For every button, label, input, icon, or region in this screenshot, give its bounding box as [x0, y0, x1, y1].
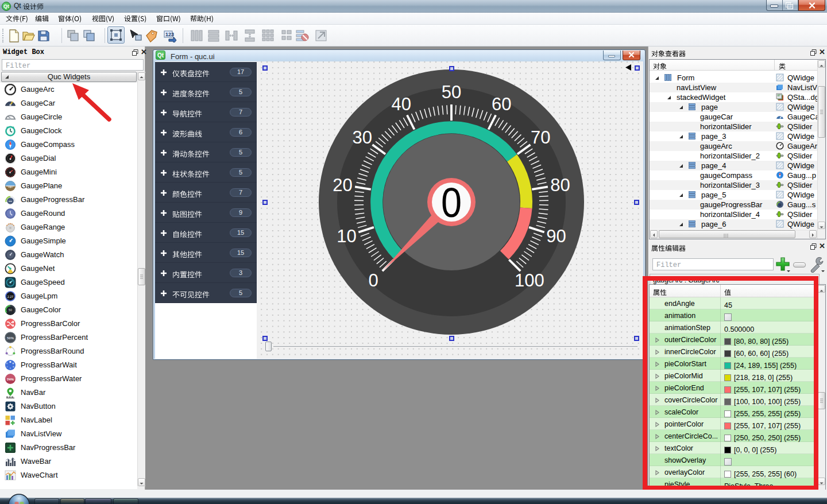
svg-text:50%: 50%	[7, 336, 14, 340]
svg-text:10: 10	[337, 226, 356, 246]
svg-text:2.27: 2.27	[7, 295, 14, 298]
svg-text:50: 50	[9, 308, 12, 312]
svg-text:40: 40	[392, 94, 411, 114]
svg-text:74%: 74%	[7, 378, 14, 381]
svg-text:50: 50	[442, 82, 461, 102]
svg-text:80: 80	[550, 175, 570, 195]
svg-text:20: 20	[333, 175, 352, 195]
svg-text:30: 30	[352, 127, 372, 148]
svg-text:90: 90	[546, 226, 566, 246]
svg-text:100: 100	[515, 270, 544, 290]
svg-text:0: 0	[369, 270, 378, 290]
svg-text:60: 60	[492, 94, 511, 114]
svg-text:0: 0	[441, 180, 462, 226]
svg-text:70: 70	[531, 127, 550, 148]
svg-text:123: 123	[165, 32, 174, 37]
